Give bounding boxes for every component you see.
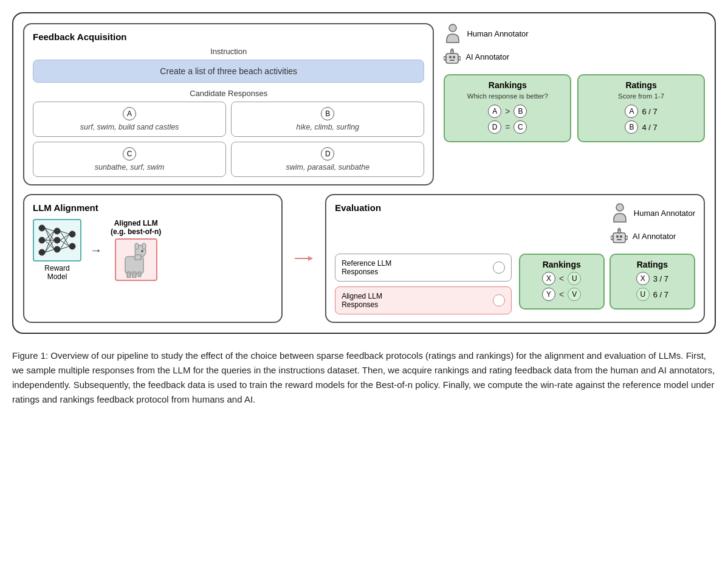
reference-llm-box: Reference LLMResponses <box>335 254 511 282</box>
aligned-llm-circle <box>493 294 505 307</box>
neural-net-svg <box>36 222 78 258</box>
svg-rect-51 <box>625 236 628 240</box>
svg-point-11 <box>39 249 45 255</box>
annotator-list-eval: Human Annotator <box>611 203 695 245</box>
diagram-area: Feedback Acquisition Instruction Create … <box>12 12 716 334</box>
instruction-label: Instruction <box>33 47 424 56</box>
candidate-text-b: hike, climb, surfing <box>238 123 417 131</box>
svg-rect-44 <box>613 233 625 243</box>
main-container: Feedback Acquisition Instruction Create … <box>12 12 716 407</box>
rating-letter-b: B <box>625 120 638 134</box>
right-info-wrapper: Human Annotator AI A <box>444 23 705 185</box>
rating-row-2: B 4 / 7 <box>586 120 696 134</box>
rank-op-xu: < <box>559 274 564 283</box>
svg-rect-47 <box>617 239 622 240</box>
eval-ranking-row-2: Y < V <box>527 288 596 301</box>
human-annotator-label-eval: Human Annotator <box>634 209 695 218</box>
svg-rect-7 <box>444 57 446 60</box>
human-icon-top <box>444 23 462 44</box>
pink-arrow-svg <box>295 254 313 263</box>
llama-svg <box>119 241 153 278</box>
eval-inner: Reference LLMResponses Aligned LLMRespon… <box>335 254 695 314</box>
svg-line-28 <box>60 234 69 240</box>
neural-net-box <box>33 219 81 261</box>
reward-model-label: RewardModel <box>44 264 69 281</box>
rating-x: X <box>636 272 650 285</box>
candidate-label: Candidate Responses <box>33 89 424 98</box>
svg-rect-46 <box>620 235 622 238</box>
human-icon-eval <box>611 203 629 223</box>
rank-v: V <box>568 288 581 301</box>
robot-icon-eval <box>611 227 628 245</box>
svg-rect-39 <box>132 272 136 278</box>
svg-rect-8 <box>458 57 461 60</box>
eval-rating-row-x: X 3 / 7 <box>618 272 687 285</box>
rr-boxes-top: Rankings Which response is better? A > B… <box>444 74 705 142</box>
candidate-letter-b: B <box>321 107 334 120</box>
rank-left-1: A <box>488 105 501 118</box>
rating-letter-a: A <box>625 105 638 118</box>
svg-rect-50 <box>611 236 613 240</box>
aligned-llm-box: Aligned LLMResponses <box>335 286 511 314</box>
eval-right: Rankings X < U Y < V <box>519 254 695 314</box>
candidate-card-b: B hike, climb, surfing <box>231 102 424 137</box>
rankings-title-eval: Rankings <box>527 260 596 269</box>
llm-content: RewardModel → Aligned LLM(e.g. best-of-n… <box>33 219 273 281</box>
feedback-acquisition-title: Feedback Acquisition <box>33 32 424 42</box>
svg-rect-3 <box>453 56 455 58</box>
svg-point-9 <box>39 225 45 231</box>
ai-annotator-label-eval: AI Annotator <box>633 232 676 241</box>
aligned-llm-area: Aligned LLM(e.g. best-of-n) <box>111 219 161 281</box>
top-section: Feedback Acquisition Instruction Create … <box>23 23 705 185</box>
svg-point-12 <box>54 228 60 234</box>
aligned-llm-label: Aligned LLM(e.g. best-of-n) <box>111 219 161 236</box>
rankings-box-top: Rankings Which response is better? A > B… <box>444 74 571 142</box>
svg-point-14 <box>54 246 60 252</box>
ai-annotator-eval: AI Annotator <box>611 227 695 245</box>
annotator-list-top: Human Annotator AI A <box>444 23 705 66</box>
eval-left: Reference LLMResponses Aligned LLMRespon… <box>335 254 511 314</box>
rating-score-u: 6 / 7 <box>653 290 668 299</box>
candidate-text-c: sunbathe, surf, swim <box>39 163 219 171</box>
rankings-box-eval: Rankings X < U Y < V <box>519 254 605 310</box>
candidate-card-a: A surf, swim, build sand castles <box>33 102 226 137</box>
svg-point-43 <box>616 204 623 211</box>
svg-point-36 <box>141 250 143 252</box>
reward-model-area: RewardModel <box>33 219 81 281</box>
ai-annotator-top: AI Annotator <box>444 47 705 66</box>
eval-rankings-ratings: Rankings X < U Y < V <box>519 254 695 310</box>
svg-point-16 <box>69 243 75 249</box>
eval-ranking-row-1: X < U <box>527 272 596 285</box>
rank-right-2: C <box>513 120 527 134</box>
svg-point-6 <box>451 49 453 51</box>
robot-icon-top <box>444 47 461 66</box>
rating-score-a: 6 / 7 <box>642 107 657 116</box>
rankings-title-top: Rankings <box>452 80 563 90</box>
human-annotator-label-top: Human Annotator <box>467 29 528 38</box>
human-annotator-eval: Human Annotator <box>611 203 695 223</box>
svg-point-13 <box>54 237 60 243</box>
instruction-box: Create a list of three beach activities <box>33 60 424 83</box>
svg-point-34 <box>135 243 139 249</box>
figure-caption: Figure 1: Overview of our pipeline to st… <box>12 348 716 407</box>
candidate-text-a: surf, swim, build sand castles <box>39 123 219 131</box>
ai-annotator-label-top: AI Annotator <box>465 52 509 61</box>
ranking-row-1: A > B <box>452 105 563 118</box>
caption-text: Figure 1: Overview of our pipeline to st… <box>12 350 715 404</box>
eval-header-row: Evaluation Human Annotator <box>335 203 695 248</box>
svg-rect-37 <box>135 255 141 260</box>
llama-box <box>115 238 157 281</box>
arrow-to-aligned: → <box>90 243 102 257</box>
svg-marker-42 <box>308 256 313 261</box>
svg-point-49 <box>618 228 620 230</box>
rating-row-1: A 6 / 7 <box>586 105 696 118</box>
feedback-acquisition-box: Feedback Acquisition Instruction Create … <box>23 23 434 185</box>
svg-rect-1 <box>446 54 458 63</box>
rank-left-2: D <box>488 120 501 134</box>
candidate-card-d: D swim, parasail, sunbathe <box>231 142 424 177</box>
reference-llm-circle <box>493 261 505 274</box>
aligned-llm-responses-label: Aligned LLMResponses <box>342 292 382 309</box>
candidate-text-d: swim, parasail, sunbathe <box>238 163 417 171</box>
ratings-subtitle-top: Score from 1-7 <box>586 92 696 100</box>
ratings-box-eval: Ratings X 3 / 7 U 6 / 7 <box>610 254 695 310</box>
